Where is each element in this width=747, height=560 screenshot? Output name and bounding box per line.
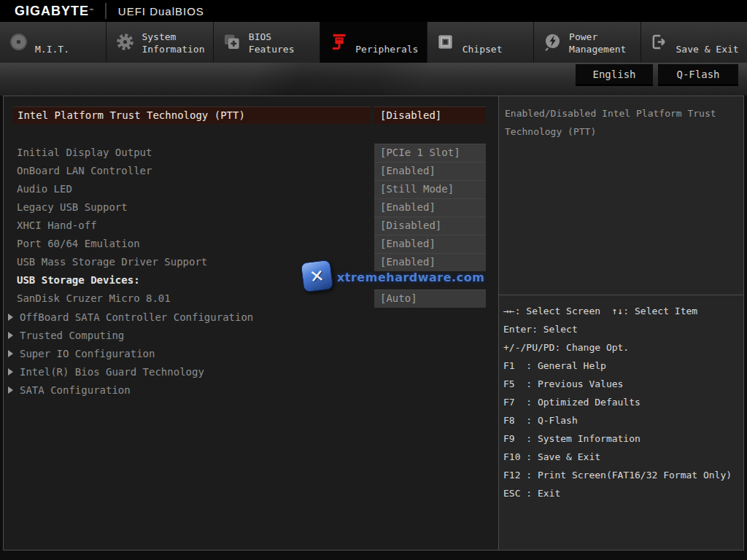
main-panel: Intel Platform Trust Technology (PTT) [D…: [3, 96, 744, 551]
firmware-title: UEFI DualBIOS: [118, 5, 204, 18]
key-legend-line: ESC : Exit: [503, 484, 740, 502]
submenu-arrow-icon: [8, 368, 13, 376]
setting-value[interactable]: [Still Mode]: [374, 180, 486, 198]
tab-chipset[interactable]: Chipset: [427, 22, 534, 63]
top-bar: GIGABYTE™ UEFI DualBIOS: [0, 0, 747, 22]
power-management-icon: [541, 26, 563, 58]
bios-features-icon: [221, 26, 243, 58]
tab-peripherals[interactable]: Peripherals: [320, 22, 427, 63]
key-legend-line: F9 : System Information: [503, 429, 740, 448]
setting-value[interactable]: [Auto]: [374, 289, 486, 308]
mit-icon: [7, 26, 29, 58]
setting-value[interactable]: [Enabled]: [374, 198, 486, 217]
key-legend-line: F12 : Print Screen(FAT16/32 Format Only): [503, 466, 740, 484]
tab-bios-features[interactable]: BIOS Features: [214, 22, 320, 63]
setting-row-onboard-lan[interactable]: OnBoard LAN Controller [Enabled]: [4, 162, 498, 180]
setting-value[interactable]: [Disabled]: [374, 217, 486, 235]
submenu-sata-configuration[interactable]: SATA Configuration: [4, 381, 498, 399]
setting-value[interactable]: [PCIe 1 Slot]: [374, 144, 486, 162]
usb-storage-devices-header: USB Storage Devices:: [4, 271, 498, 289]
language-button[interactable]: English: [576, 64, 653, 86]
key-legend-line: F1 : General Help: [503, 357, 740, 375]
toolbar-band: English Q-Flash: [0, 63, 747, 96]
tab-power-management[interactable]: Power Management: [534, 22, 640, 63]
setting-row-audio-led[interactable]: Audio LED [Still Mode]: [4, 180, 498, 198]
bios-tab-bar: M.I.T. System Information BIOS Features …: [0, 22, 747, 63]
settings-list: Intel Platform Trust Technology (PTT) [D…: [4, 96, 499, 550]
topbar-divider: [105, 3, 107, 19]
setting-value[interactable]: [Enabled]: [374, 162, 486, 180]
setting-value[interactable]: [Disabled]: [374, 106, 486, 124]
key-legend-line: →←: Select Screen ↑↓: Select Item: [503, 302, 740, 320]
submenu-arrow-icon: [8, 314, 13, 321]
setting-value[interactable]: [Enabled]: [374, 253, 486, 271]
submenu-offboard-sata[interactable]: OffBoard SATA Controller Configuration: [4, 308, 498, 326]
key-legend-line: Enter: Select: [503, 320, 740, 338]
setting-row-xhci-handoff[interactable]: XHCI Hand-off [Disabled]: [4, 217, 498, 235]
help-panel: Enabled/Disabled Intel Platform Trust Te…: [499, 96, 743, 550]
tab-system-information[interactable]: System Information: [107, 22, 213, 63]
submenu-trusted-computing[interactable]: Trusted Computing: [4, 326, 498, 344]
setting-row-legacy-usb[interactable]: Legacy USB Support [Enabled]: [4, 198, 498, 217]
trademark-symbol: ™: [90, 8, 93, 15]
gigabyte-logo: GIGABYTE: [15, 4, 89, 19]
tab-mit[interactable]: M.I.T.: [0, 22, 107, 63]
submenu-arrow-icon: [8, 350, 13, 357]
chipset-icon: [435, 26, 457, 58]
key-legend-line: F7 : Optimized Defaults: [503, 393, 740, 411]
setting-row-sandisk-device[interactable]: SanDisk Cruzer Micro 8.01 [Auto]: [4, 289, 498, 308]
setting-label: Intel Platform Trust Technology (PTT): [13, 106, 371, 124]
key-legend-line: F5 : Previous Values: [503, 375, 740, 393]
setting-row-ptt-selected[interactable]: Intel Platform Trust Technology (PTT) [D…: [4, 106, 498, 124]
qflash-button[interactable]: Q-Flash: [658, 64, 738, 86]
setting-row-initial-display-output[interactable]: Initial Display Output [PCIe 1 Slot]: [4, 144, 498, 162]
peripherals-icon: [328, 26, 349, 58]
key-legend-line: F10 : Save & Exit: [503, 448, 740, 466]
setting-row-usb-mass-storage[interactable]: USB Mass Storage Driver Support [Enabled…: [4, 253, 498, 271]
system-information-icon: [114, 26, 136, 58]
submenu-super-io[interactable]: Super IO Configuration: [4, 344, 498, 362]
submenu-bios-guard[interactable]: Intel(R) Bios Guard Technology: [4, 362, 498, 381]
tab-save-exit[interactable]: Save & Exit: [641, 22, 747, 63]
submenu-arrow-icon: [8, 386, 13, 394]
item-help-description: Enabled/Disabled Intel Platform Trust Te…: [499, 96, 743, 295]
setting-value[interactable]: [Enabled]: [374, 235, 486, 253]
submenu-arrow-icon: [8, 332, 13, 339]
setting-row-port-6064[interactable]: Port 60/64 Emulation [Enabled]: [4, 235, 498, 253]
key-legend: →←: Select Screen ↑↓: Select Item Enter:…: [499, 295, 743, 502]
save-exit-icon: [649, 26, 670, 58]
key-legend-line: +/-/PU/PD: Change Opt.: [503, 338, 740, 357]
key-legend-line: F8 : Q-Flash: [503, 411, 740, 429]
